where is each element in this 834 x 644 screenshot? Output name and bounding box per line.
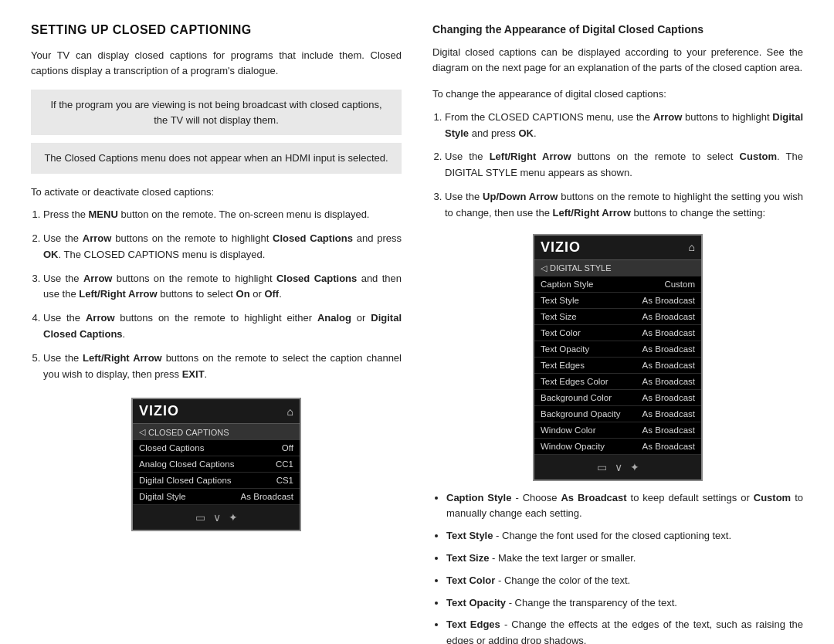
down-arrow-icon: ∨ [213, 511, 221, 524]
step-2: Use the Arrow buttons on the remote to h… [43, 231, 402, 263]
left-menu-row-4: Digital Style As Broadcast [133, 489, 300, 505]
right-menu-row-7: Text Edges Color As Broadcast [534, 374, 701, 390]
bullet-4: Text Color - Change the color of the tex… [446, 573, 803, 589]
right-menu-row-8: Background Color As Broadcast [534, 390, 701, 406]
right-bullets-list: Caption Style - Choose As Broadcast to k… [446, 490, 803, 644]
right-tv-brand: VIZIO [541, 239, 581, 256]
right-menu-row-1: Caption Style Custom [534, 276, 701, 293]
right-home-icon: ⌂ [689, 241, 695, 253]
right-steps-header: To change the appearance of digital clos… [432, 86, 803, 102]
right-menu-row-6: Text Edges As Broadcast [534, 358, 701, 374]
right-tv-sub-header: ◁ DIGITAL STYLE [534, 260, 701, 276]
right-down-arrow-icon: ∨ [615, 461, 622, 473]
steps-header: To activate or deactivate closed caption… [31, 185, 402, 200]
two-column-layout: SETTING UP CLOSED CAPTIONING Your TV can… [31, 23, 803, 644]
section-title: SETTING UP CLOSED CAPTIONING [31, 23, 402, 37]
right-menu-icon: ▭ [597, 461, 607, 473]
right-steps-list: From the CLOSED CAPTIONS menu, use the A… [445, 110, 803, 222]
step-5: Use the Left/Right Arrow buttons on the … [43, 351, 402, 383]
left-menu-row-2: Analog Closed Captions CC1 [133, 456, 300, 473]
right-menu-row-9: Background Opacity As Broadcast [534, 406, 701, 422]
right-menu-row-4: Text Color As Broadcast [534, 325, 701, 341]
right-menu-row-11: Window Opacity As Broadcast [534, 439, 701, 455]
left-menu-row-3: Digital Closed Captions CS1 [133, 473, 300, 489]
right-menu-row-2: Text Style As Broadcast [534, 293, 701, 309]
left-tv-menu-footer: ▭ ∨ ✦ [133, 505, 300, 530]
step-3: Use the Arrow buttons on the remote to h… [43, 271, 402, 303]
right-menu-row-5: Text Opacity As Broadcast [534, 341, 701, 358]
step-1: Press the MENU button on the remote. The… [43, 207, 402, 223]
left-menu-row-1: Closed Captions Off [133, 440, 300, 456]
menu-icon: ▭ [195, 511, 205, 524]
right-step-2: Use the Left/Right Arrow buttons on the … [445, 149, 803, 181]
bullet-6: Text Edges - Change the effects at the e… [446, 617, 803, 644]
step-4: Use the Arrow buttons on the remote to h… [43, 310, 402, 343]
right-section-title: Changing the Appearance of Digital Close… [432, 23, 803, 36]
bullet-2: Text Style - Change the font used for th… [446, 528, 803, 544]
right-column: Changing the Appearance of Digital Close… [432, 23, 803, 644]
left-tv-sub-header: ◁ CLOSED CAPTIONS [133, 424, 300, 440]
left-steps-list: Press the MENU button on the remote. The… [43, 207, 402, 382]
right-tv-menu-footer: ▭ ∨ ✦ [534, 455, 701, 480]
left-tv-menu: VIZIO ⌂ ◁ CLOSED CAPTIONS Closed Caption… [131, 398, 301, 531]
left-tv-menu-header: VIZIO ⌂ [133, 399, 300, 424]
right-menu-row-3: Text Size As Broadcast [534, 309, 701, 325]
bullet-3: Text Size - Make the text larger or smal… [446, 551, 803, 567]
settings-icon: ✦ [229, 511, 238, 524]
left-tv-brand: VIZIO [139, 403, 179, 419]
right-tv-menu-header: VIZIO ⌂ [534, 236, 701, 260]
right-settings-icon: ✦ [630, 461, 639, 473]
right-step-1: From the CLOSED CAPTIONS menu, use the A… [445, 110, 803, 142]
info-box-2: The Closed Captions menu does not appear… [31, 143, 402, 174]
bullet-1: Caption Style - Choose As Broadcast to k… [446, 490, 803, 523]
home-icon: ⌂ [287, 405, 293, 418]
right-intro: Digital closed captions can be displayed… [432, 45, 803, 76]
right-step-3: Use the Up/Down Arrow buttons on the rem… [445, 189, 803, 222]
info-box-1: If the program you are viewing is not be… [31, 90, 402, 135]
page-container: SETTING UP CLOSED CAPTIONING Your TV can… [31, 23, 803, 644]
left-column: SETTING UP CLOSED CAPTIONING Your TV can… [31, 23, 402, 644]
right-tv-menu: VIZIO ⌂ ◁ DIGITAL STYLE Caption Style Cu… [533, 234, 703, 481]
right-menu-row-10: Window Color As Broadcast [534, 422, 701, 439]
intro-paragraph: Your TV can display closed captions for … [31, 48, 402, 79]
bullet-5: Text Opacity - Change the transparency o… [446, 595, 803, 612]
